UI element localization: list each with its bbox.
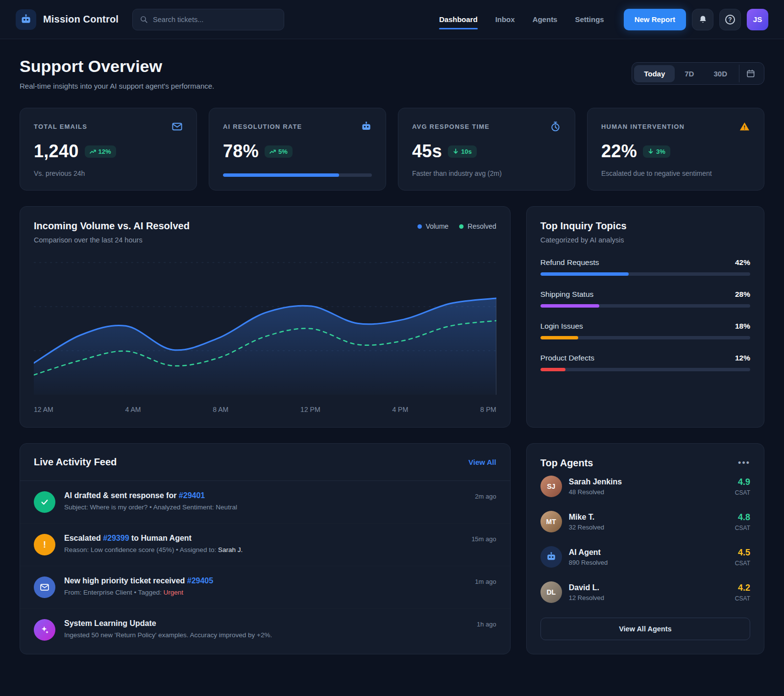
feed-item-sub: From: Enterprise Client • Tagged: <box>64 589 164 596</box>
kpi-label: AVG RESPONSE TIME <box>412 123 490 130</box>
robot-icon <box>20 14 32 25</box>
stopwatch-icon <box>550 121 561 132</box>
kpi-progress-fill <box>223 173 339 177</box>
feed-item-sub: Reason: Low confidence score (45%) • Ass… <box>64 546 218 553</box>
kpi-label: TOTAL EMAILS <box>34 123 87 130</box>
x-axis-label: 12 PM <box>300 406 320 413</box>
check-circle-icon <box>34 491 55 513</box>
x-axis-label: 4 PM <box>392 406 408 413</box>
topic-pct: 18% <box>735 322 750 331</box>
feed-item-title: AI drafted & sent response for <box>64 491 179 500</box>
csat-score: 4.2 <box>735 583 750 593</box>
time-range-today[interactable]: Today <box>634 65 675 82</box>
agent-name: Sarah Jenkins <box>569 478 728 486</box>
chart-x-labels: 12 AM4 AM8 AM12 PM4 PM8 PM <box>34 406 496 413</box>
search-box[interactable] <box>132 9 284 30</box>
kpi-delta-badge: 12% <box>85 145 116 158</box>
calendar-button[interactable] <box>739 65 762 82</box>
feed-item-time: 2m ago <box>475 491 496 500</box>
help-button[interactable]: ? <box>719 9 741 30</box>
topic-pct: 12% <box>735 354 750 362</box>
nav-item-agents[interactable]: Agents <box>533 11 558 27</box>
notifications-button[interactable] <box>692 9 713 30</box>
envelope-circle-icon <box>34 576 55 598</box>
kpi-total-emails: TOTAL EMAILS 1,240 12% Vs. previous 24h <box>20 108 197 191</box>
feed-item-title-post: to Human Agent <box>129 534 192 542</box>
feed-item-new-ticket: New high priority ticket received #29405… <box>20 566 510 609</box>
topic-login-issues: Login Issues 18% <box>540 322 750 339</box>
topics-title: Top Inquiry Topics <box>540 220 750 232</box>
legend-label: Resolved <box>467 222 496 230</box>
kpi-label: AI RESOLUTION RATE <box>223 123 302 130</box>
new-report-button[interactable]: New Report <box>624 9 686 30</box>
feed-item-sub-em: Sarah J. <box>218 546 243 553</box>
kpi-delta-badge: 3% <box>643 145 670 158</box>
view-all-agents-button[interactable]: View All Agents <box>540 618 750 640</box>
time-range-7d[interactable]: 7D <box>675 65 704 82</box>
ticket-link[interactable]: #29405 <box>187 576 213 585</box>
chart-legend: Volume Resolved <box>417 220 496 230</box>
user-avatar[interactable]: JS <box>747 9 768 30</box>
feed-item-sub: Ingested 50 new 'Return Policy' examples… <box>64 631 272 639</box>
csat-label: CSAT <box>735 595 750 602</box>
ticket-link[interactable]: #29401 <box>179 491 205 500</box>
top-inquiry-topics-card: Top Inquiry Topics Categorized by AI ana… <box>526 206 764 428</box>
x-axis-label: 4 AM <box>125 406 141 413</box>
kpi-delta: 12% <box>98 148 111 155</box>
bottom-row: Live Activity Feed View All AI drafted &… <box>20 443 764 654</box>
csat-label: CSAT <box>735 560 750 567</box>
nav-item-dashboard[interactable]: Dashboard <box>439 11 477 27</box>
nav-item-settings[interactable]: Settings <box>575 11 604 27</box>
agent-resolved: 12 Resolved <box>569 594 728 601</box>
feed-item-title: System Learning Update <box>64 619 156 627</box>
topic-bar-fill <box>540 336 578 339</box>
kpi-delta: 10s <box>461 148 472 155</box>
feed-item-title: New high priority ticket received <box>64 576 187 585</box>
agent-name: AI Agent <box>569 548 728 557</box>
view-all-link[interactable]: View All <box>468 458 496 466</box>
kpi-delta: 5% <box>278 148 288 155</box>
avatar: DL <box>540 581 562 603</box>
chart-title: Incoming Volume vs. AI Resolved <box>34 220 190 232</box>
feed-item-escalated: ! Escalated #29399 to Human Agent Reason… <box>20 524 510 566</box>
kpi-delta-badge: 5% <box>265 145 293 158</box>
kpi-progress-track <box>223 173 372 177</box>
feed-item-title: Escalated <box>64 534 103 542</box>
search-input[interactable] <box>153 16 277 24</box>
topic-bar-fill <box>540 272 629 276</box>
x-axis-label: 8 AM <box>213 406 228 413</box>
envelope-icon <box>172 121 183 132</box>
csat-score: 4.8 <box>735 512 750 523</box>
agent-name: David L. <box>569 583 728 592</box>
robot-avatar-icon <box>540 546 562 568</box>
topic-bar-track <box>540 336 750 339</box>
kpi-label: HUMAN INTERVENTION <box>601 123 685 130</box>
more-icon[interactable]: ••• <box>738 458 750 468</box>
nav-item-inbox[interactable]: Inbox <box>495 11 515 27</box>
ticket-link[interactable]: #29399 <box>103 534 129 542</box>
kpi-value: 78% <box>223 141 259 162</box>
agent-row-ai: AI Agent 890 Resolved 4.5 CSAT <box>540 539 750 575</box>
search-icon <box>140 15 148 24</box>
topic-label: Refund Requests <box>540 258 599 267</box>
feed-title: Live Activity Feed <box>34 456 117 468</box>
kpi-value: 1,240 <box>34 141 79 162</box>
sparkles-circle-icon <box>34 619 55 641</box>
warning-icon <box>739 121 750 132</box>
kpi-cards: TOTAL EMAILS 1,240 12% Vs. previous 24h … <box>20 108 764 191</box>
topbar: Mission Control Dashboard Inbox Agents S… <box>0 0 784 39</box>
feed-item-time: 1m ago <box>475 576 496 585</box>
topic-bar-track <box>540 304 750 308</box>
topic-pct: 42% <box>735 258 750 267</box>
kpi-note: Vs. previous 24h <box>34 169 183 177</box>
topic-bar-track <box>540 272 750 276</box>
feed-item-ai-response: AI drafted & sent response for #29401 Su… <box>20 481 510 524</box>
csat-label: CSAT <box>735 525 750 531</box>
mid-row: Incoming Volume vs. AI Resolved Comparis… <box>20 206 764 428</box>
kpi-ai-resolution-rate: AI RESOLUTION RATE 78% 5% <box>209 108 386 191</box>
time-range-30d[interactable]: 30D <box>704 65 737 82</box>
agent-row-sarah: SJ Sarah Jenkins 48 Resolved 4.9 CSAT <box>540 469 750 504</box>
agent-row-david: DL David L. 12 Resolved 4.2 CSAT <box>540 575 750 610</box>
topic-label: Login Issues <box>540 322 583 331</box>
bell-icon <box>698 15 708 24</box>
